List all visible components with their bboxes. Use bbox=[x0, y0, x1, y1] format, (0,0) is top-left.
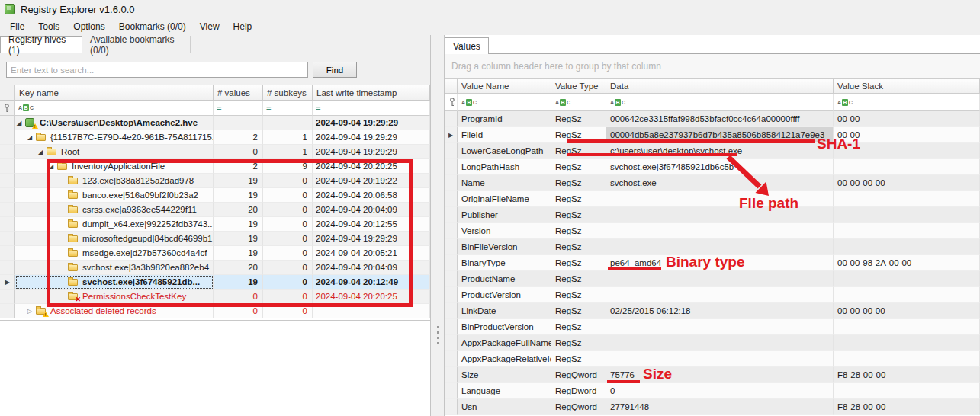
tree-row-microsoftedgeupd-84bcd64[interactable]: microsoftedgeupd|84bcd64699b1...1902024-… bbox=[0, 232, 430, 246]
value-data-cell bbox=[606, 239, 834, 255]
menu-item-options[interactable]: Options bbox=[66, 19, 111, 34]
value-row-programid[interactable]: ProgramIdRegSz000642ce3315ffaf998d53bfac… bbox=[445, 111, 980, 127]
tree-key-name: csrss.exe|a9363ee544229f11 bbox=[82, 205, 197, 214]
values-column-header-data[interactable]: Data bbox=[606, 78, 834, 94]
equals-filter-icon: = bbox=[266, 104, 271, 113]
value-row-binproductversion[interactable]: BinProductVersionRegSz bbox=[445, 319, 980, 335]
value-data-cell: svchost.exe|3f67485921db6c5b bbox=[606, 159, 834, 175]
tree-filter-row[interactable]: ABC=== bbox=[0, 101, 430, 116]
tree-row-associated-deleted-recor[interactable]: ▷Associated deleted records00 bbox=[0, 304, 430, 318]
value-row-productname[interactable]: ProductNameRegSz bbox=[445, 271, 980, 287]
menu-item-bookmarks-0-0[interactable]: Bookmarks (0/0) bbox=[112, 19, 193, 34]
tree-row-inventoryapplicationfile[interactable]: ◢InventoryApplicationFile292024-09-04 20… bbox=[0, 159, 430, 174]
tree-row-msedge-exe-d27b57360cd4a[interactable]: msedge.exe|d27b57360cd4a4cf1902024-09-04… bbox=[0, 246, 430, 261]
value-slack-cell bbox=[834, 207, 980, 223]
value-row-indicator bbox=[445, 223, 458, 239]
menu-item-file[interactable]: File bbox=[3, 19, 31, 34]
values-column-header-value-name[interactable]: Value Name bbox=[458, 78, 551, 94]
values-filter-cell-2[interactable]: ABC bbox=[606, 94, 834, 111]
value-row-originalfilename[interactable]: OriginalFileNameRegSz bbox=[445, 191, 980, 207]
value-type-cell: RegSz bbox=[551, 207, 606, 223]
tree-key-name-cell: ◢C:\Users\user\Desktop\Amcache2.hve bbox=[15, 116, 214, 130]
value-row-publisher[interactable]: PublisherRegSz bbox=[445, 207, 980, 223]
value-row-lowercaselongpath[interactable]: LowerCaseLongPathRegSzc:\users\user\desk… bbox=[445, 143, 980, 159]
value-row-binfileversion[interactable]: BinFileVersionRegSz bbox=[445, 239, 980, 255]
tab-available-bookmarks-0-0[interactable]: Available bookmarks (0/0) bbox=[82, 36, 191, 53]
window-title: Registry Explorer v1.6.0.0 bbox=[21, 4, 135, 15]
tree-row-root[interactable]: ◢Root012024-09-04 19:29:29 bbox=[0, 145, 430, 159]
tree-row-indicator bbox=[0, 290, 15, 304]
value-slack-cell bbox=[834, 319, 980, 335]
menu-item-tools[interactable]: Tools bbox=[31, 19, 66, 34]
collapsed-icon[interactable]: ▷ bbox=[27, 308, 36, 315]
expanded-icon[interactable]: ◢ bbox=[17, 120, 25, 126]
value-row-longpathhash[interactable]: LongPathHashRegSzsvchost.exe|3f67485921d… bbox=[445, 159, 980, 175]
tree-filter-cell-0[interactable]: ABC bbox=[15, 101, 214, 116]
value-row-fileid[interactable]: ▶FileIdRegSz00004db5a8e237937b6d7b435a85… bbox=[445, 127, 980, 143]
folder-shape bbox=[68, 206, 78, 213]
folder-shape bbox=[57, 163, 67, 170]
tree-filter-cell-3[interactable]: = bbox=[313, 101, 430, 116]
tree-subkeys-count: 0 bbox=[263, 203, 313, 217]
menu-item-view[interactable]: View bbox=[193, 19, 227, 34]
value-row-appxpackagefullname[interactable]: AppxPackageFullNameRegSz bbox=[445, 335, 980, 351]
tree-column-header-key-name[interactable]: Key name bbox=[15, 85, 214, 101]
find-button[interactable]: Find bbox=[313, 62, 357, 78]
value-row-indicator bbox=[445, 175, 458, 191]
tree-row-permissionschecktestkey[interactable]: ✕PermissionsCheckTestKey002024-09-04 20:… bbox=[0, 290, 430, 304]
tree-row-banco-exe-516a09bf2f0b23[interactable]: banco.exe|516a09bf2f0b23a21902024-09-04 … bbox=[0, 188, 430, 203]
value-name-cell: Size bbox=[458, 367, 551, 383]
folder-shape bbox=[68, 250, 78, 257]
group-by-area[interactable]: Drag a column header here to group by th… bbox=[445, 54, 980, 78]
values-filter-row[interactable]: ABCABCABCABC bbox=[445, 94, 980, 111]
value-type-cell: RegSz bbox=[551, 159, 606, 175]
value-row-name[interactable]: NameRegSzsvchost.exe00-00-00-00 bbox=[445, 175, 980, 191]
tree-row-123-exe-b38a8125a2dad978[interactable]: 123.exe|b38a8125a2dad9781902024-09-04 20… bbox=[0, 174, 430, 188]
expanded-icon[interactable]: ◢ bbox=[27, 134, 36, 141]
expanded-icon[interactable]: ◢ bbox=[49, 163, 57, 170]
tree-key-name: banco.exe|516a09bf2f0b23a2 bbox=[82, 190, 198, 200]
tree-row-svchost-exe-3a3b9820ea88[interactable]: svchost.exe|3a3b9820ea882eb42002024-09-0… bbox=[0, 261, 430, 275]
tree-column-header-values[interactable]: # values bbox=[214, 85, 263, 101]
values-filter-cell-1[interactable]: ABC bbox=[551, 94, 606, 111]
value-row-linkdate[interactable]: LinkDateRegSz02/25/2015 06:12:1800-00-00… bbox=[445, 303, 980, 319]
value-data-cell bbox=[606, 319, 834, 335]
value-row-binarytype[interactable]: BinaryTypeRegSzpe64_amd6400-00-98-2A-00-… bbox=[445, 255, 980, 271]
value-row-size[interactable]: SizeRegQword75776F8-28-00-00 bbox=[445, 367, 980, 383]
tree-row-11517b7c-e79d-4e20-961b[interactable]: ◢{11517B7C-E79D-4e20-961B-75A811715...21… bbox=[0, 130, 430, 145]
tab-values[interactable]: Values bbox=[445, 37, 489, 54]
tree-row-csrss-exe-a9363ee544229f[interactable]: csrss.exe|a9363ee544229f112002024-09-04 … bbox=[0, 203, 430, 217]
equals-filter-icon: = bbox=[316, 104, 320, 113]
tree-filter-cell-1[interactable]: = bbox=[214, 101, 263, 116]
value-slack-cell bbox=[834, 351, 980, 367]
menu-item-help[interactable]: Help bbox=[227, 19, 259, 34]
values-filter-cell-3[interactable]: ABC bbox=[834, 94, 980, 111]
tree-row-c-users-user-desktop-am[interactable]: ◢C:\Users\user\Desktop\Amcache2.hve2024-… bbox=[0, 116, 430, 130]
tree-row-dumpit-x64-exe-992252fdb[interactable]: dumpit_x64.exe|992252fdb3743...1902024-0… bbox=[0, 217, 430, 232]
value-row-usn[interactable]: UsnRegQword27791448F8-28-00-00 bbox=[445, 399, 980, 415]
value-data-cell: 0 bbox=[606, 383, 834, 399]
tree-header-row: Key name# values# subkeysLast write time… bbox=[0, 85, 430, 101]
values-filter-cell-0[interactable]: ABC bbox=[458, 94, 551, 111]
tree-column-header-last-write-timestamp[interactable]: Last write timestamp bbox=[313, 85, 430, 101]
value-slack-cell: F8-28-00-00 bbox=[834, 367, 980, 383]
tree-row-svchost-exe-3f67485921db[interactable]: ▶svchost.exe|3f67485921db...1902024-09-0… bbox=[0, 275, 430, 290]
tree-subkeys-count: 0 bbox=[263, 290, 313, 304]
value-row-productversion[interactable]: ProductVersionRegSz bbox=[445, 287, 980, 303]
value-type-cell: RegSz bbox=[551, 127, 606, 143]
search-input[interactable] bbox=[6, 62, 308, 78]
tab-registry-hives-1[interactable]: Registry hives (1) bbox=[0, 36, 82, 53]
value-row-appxpackagerelativeid[interactable]: AppxPackageRelativeIdRegSz bbox=[445, 351, 980, 367]
value-row-language[interactable]: LanguageRegDword0 bbox=[445, 383, 980, 399]
tree-filter-cell-2[interactable]: = bbox=[263, 101, 313, 116]
tree-column-header-subkeys[interactable]: # subkeys bbox=[263, 85, 313, 101]
expanded-icon[interactable]: ◢ bbox=[38, 149, 47, 155]
value-row-indicator bbox=[445, 351, 458, 367]
value-row-version[interactable]: VersionRegSz bbox=[445, 223, 980, 239]
values-column-header-value-slack[interactable]: Value Slack bbox=[834, 78, 980, 94]
value-type-cell: RegDword bbox=[551, 383, 606, 399]
tree-row-indicator: ▶ bbox=[0, 275, 15, 290]
values-column-header-value-type[interactable]: Value Type bbox=[551, 78, 606, 94]
values-panel: Values Drag a column header here to grou… bbox=[445, 35, 980, 416]
panel-splitter[interactable] bbox=[430, 35, 445, 416]
